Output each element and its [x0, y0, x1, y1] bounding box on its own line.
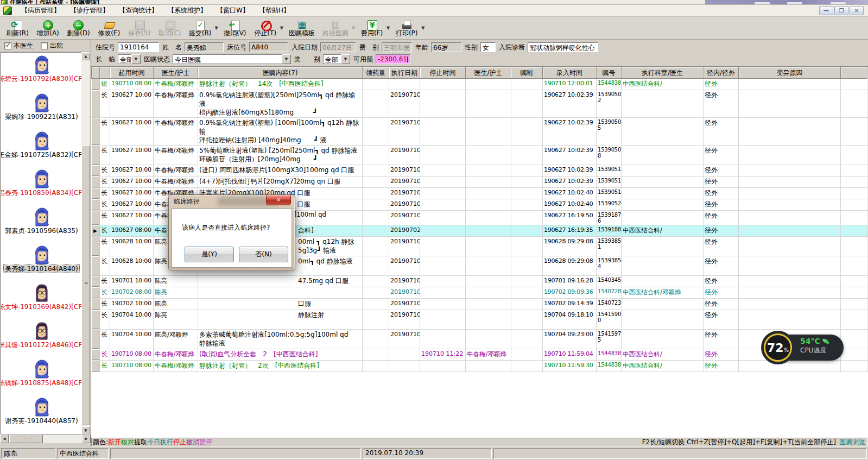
chevron-down-icon[interactable]: ▼ — [278, 17, 285, 38]
order-row[interactable]: 长190627 10:00牛春梅/邓颖烨(进口) 阿司匹林肠溶片[100mgX3… — [91, 165, 868, 177]
cell-no: 15390511 — [597, 165, 622, 176]
menu-item-0[interactable]: 【病历管理】 — [16, 5, 65, 16]
order-row[interactable]: 长190704 10:00陈亮静脉注射20190710190704 09:18:… — [91, 310, 868, 330]
order-row[interactable]: 长190627 10:00牛春梅/邓颖烨5%葡萄糖注射液(塑瓶) [250ml]… — [91, 146, 868, 165]
cell-exec: 20190710 — [389, 256, 420, 275]
chevron-down-icon[interactable]: ▼ — [341, 54, 350, 64]
cell-doc2 — [466, 188, 511, 199]
cell-type: 长 — [100, 177, 110, 187]
toolbar-stop-button[interactable]: 停止(T) — [250, 17, 281, 38]
patient-list-horizontal-scrollbar[interactable]: ◀ ▶ — [0, 434, 91, 443]
order-row[interactable]: 长190627 10:00牛春梅/邓颖烨0.9%氯化钠注射液(塑瓶) [100m… — [91, 118, 868, 146]
scroll-right-icon[interactable]: ▶ — [82, 434, 91, 443]
cell-x — [841, 276, 867, 287]
toolbar-edit-button[interactable]: 修改(E) — [94, 17, 124, 38]
scrollbar-thumb[interactable] — [9, 434, 43, 443]
patient-field-4[interactable]: 三明市医 — [382, 42, 412, 52]
cell-start: 190710 08:00 — [110, 79, 154, 90]
order-row[interactable]: 长190702 08:00陈亮20190710190702 09:09:3615… — [91, 287, 868, 299]
toolbar-button-label: 增加(A) — [36, 30, 59, 37]
menu-item-3[interactable]: 【系统维护】 — [163, 5, 212, 16]
cell-dept — [622, 237, 704, 256]
cell-disp — [363, 276, 389, 287]
chevron-down-icon[interactable]: ▼ — [282, 54, 291, 64]
menu-item-2[interactable]: 【查询统计】 — [114, 5, 163, 16]
combo-value[interactable]: 全部 — [118, 54, 131, 64]
menu-item-5[interactable]: 【帮助H】 — [254, 5, 295, 16]
chevron-down-icon[interactable]: ▼ — [420, 17, 426, 38]
patient-field-7[interactable]: 冠状动脉粥样硬化性心 — [528, 42, 598, 52]
patient-list-vertical-scrollbar[interactable]: ▲ ▼ — [81, 52, 90, 434]
chevron-down-icon[interactable]: ▼ — [385, 17, 391, 38]
patient-list-item[interactable]: 陈文坤-1910369(A842)[CP] — [1, 281, 82, 319]
cell-dept: 中西医结合科/ — [622, 349, 704, 360]
patient-list-item[interactable]: 陈钱娣-1910875(A848)[CP] — [1, 357, 82, 395]
orders-table-header: 起用时间医生/护士医嘱内容(7)领药量执行日期停止时间医生/护士嘱咐录入时间嘱号… — [91, 67, 868, 79]
dialog-titlebar[interactable]: 临床路径 ✕ — [169, 195, 295, 209]
close-button[interactable]: ✕ — [850, 6, 864, 15]
toolbar-template-button[interactable]: 医嘱模板 — [285, 17, 319, 38]
toolbar-submit-button[interactable]: 提交(B) — [185, 17, 216, 38]
combo-value[interactable]: 今日医嘱 — [173, 54, 282, 64]
order-row[interactable]: 长190702 10:00陈亮口服20190710190702 09:14:39… — [91, 299, 868, 310]
patient-field-2[interactable]: A840 — [249, 42, 288, 52]
filter-combo-0: 全部▼ — [118, 54, 141, 64]
cell-path: 径外 — [704, 225, 739, 236]
toolbar-undo-button[interactable]: 撤消(V) — [220, 17, 250, 38]
patient-field-3[interactable]: 06月27日 — [320, 42, 356, 52]
patient-list-item[interactable]: 王金娣-1910725(A832)[CP] — [1, 129, 82, 167]
toolbar-print-button[interactable]: 打印(P) — [391, 17, 422, 38]
patient-list-item[interactable]: 郭素贞-1910596(A835) — [1, 205, 82, 243]
chevron-down-icon[interactable]: ▼ — [131, 54, 141, 64]
cell-no: 1539385 1 — [597, 237, 622, 256]
restore-button[interactable]: ❐ — [834, 6, 848, 15]
order-row[interactable]: 长190704 10:00陈亮/邓颖烨多索茶碱葡萄糖注射液[100ml:0.5g… — [91, 330, 868, 349]
order-row[interactable]: 长190627 10:00牛春梅/邓颖烨0.9%氯化钠注射液(塑瓶)[250ml… — [91, 90, 868, 118]
cell-exec: 20190710 — [389, 90, 420, 117]
scroll-down-icon[interactable]: ▼ — [81, 426, 90, 434]
order-row[interactable]: 长190710 08:00牛春梅/邓颖烨静脉注射（封管） 2次 [中西医结合科]… — [91, 361, 868, 372]
patient-field-1[interactable]: 吴秀娣 — [185, 42, 224, 52]
scroll-up-icon[interactable]: ▲ — [81, 52, 90, 60]
minimize-button[interactable]: — — [819, 6, 833, 15]
patient-list-item[interactable]: 吴秀娣-1910164(A840) — [1, 243, 82, 281]
toolbar-refresh-button[interactable]: 刷新(R) — [2, 17, 33, 38]
patient-list-item[interactable]: 梁婉珍-1909221(A831) — [1, 91, 82, 129]
patient-list-item[interactable]: 张其煖-1910172(A846)[CP] — [1, 319, 82, 357]
scrollbar-thumb[interactable] — [81, 146, 90, 425]
toolbar-fee-button[interactable]: 费用(F) — [357, 17, 387, 38]
order-row[interactable]: 长190710 08:00牛春梅/邓颖烨(取消)血气分析全套 2 [中西医结合科… — [91, 349, 868, 361]
order-browse-link[interactable]: 医嘱浏览 — [839, 439, 866, 446]
dialog-no-button[interactable]: 否(N) — [239, 247, 288, 262]
dialog-yes-button[interactable]: 是(Y) — [185, 247, 234, 262]
my-doctor-checkbox[interactable]: 本医生 — [4, 41, 33, 51]
patient-list-item[interactable]: 陈碧云-1910792(A830)[CP] — [1, 53, 82, 91]
cell-mark — [91, 256, 100, 275]
toolbar-remove-button[interactable]: 删除(D) — [63, 17, 94, 38]
order-row[interactable]: 长190701 10:00陈亮47.5mg qd 口服2019071019070… — [91, 276, 868, 287]
chevron-down-icon[interactable]: ▼ — [213, 17, 220, 38]
legend-item: 新开 — [108, 439, 121, 446]
app-icon — [1, 0, 8, 5]
checkbox-checked-icon — [4, 42, 11, 49]
toolbar-add-button[interactable]: 增加(A) — [33, 17, 63, 38]
patient-field-0[interactable]: 1910164 — [118, 42, 159, 52]
patient-field-6[interactable]: 女 — [480, 42, 496, 52]
scroll-left-icon[interactable]: ◀ — [0, 434, 9, 443]
combo-value[interactable]: 全部 — [323, 54, 341, 64]
patient-field-5[interactable]: 66岁 — [431, 42, 461, 52]
patient-list-item[interactable]: 谢秀英-1910440(A857) — [1, 395, 82, 433]
cell-exec — [389, 361, 420, 371]
filter-field-3[interactable]: -2300.61 — [376, 54, 410, 64]
cell-entry: 190627 16:19:50 — [543, 211, 597, 225]
menu-item-1[interactable]: 【诊疗管理】 — [65, 5, 114, 16]
cell-stop — [420, 211, 466, 225]
discharge-checkbox[interactable]: 出院 — [41, 41, 63, 51]
menu-item-4[interactable]: 【窗口W】 — [212, 5, 254, 16]
order-row[interactable]: 长190627 10:00牛春梅/邓颖烨(4+7)阿托伐他汀钙片[20mgX7]… — [91, 177, 868, 188]
cell-doc: 陈亮 — [154, 276, 198, 287]
dialog-close-button[interactable]: ✕ — [266, 195, 291, 205]
cell-var — [739, 256, 841, 275]
order-row[interactable]: 短190710 08:00牛春梅/邓颖烨静脉注射（封管） 14次 [中西医结合科… — [91, 79, 868, 90]
patient-list-item[interactable]: 温春秀-1910859(A834)[CP] — [1, 167, 82, 205]
